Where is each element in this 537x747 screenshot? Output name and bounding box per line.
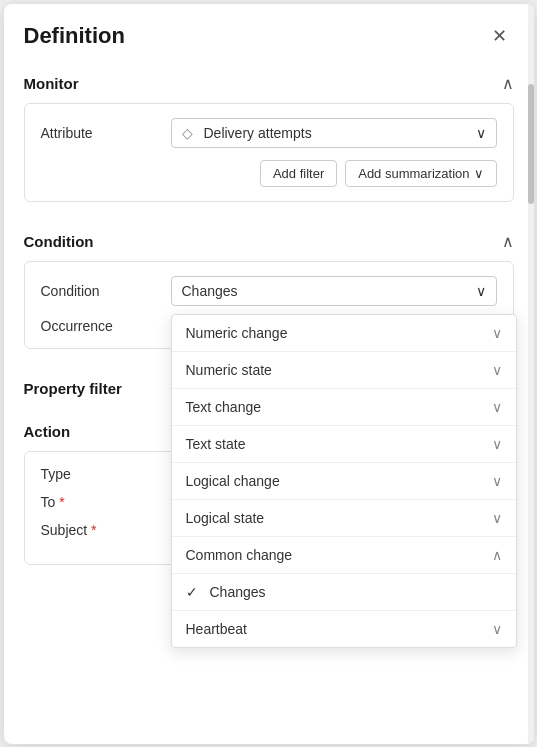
definition-panel: Definition ✕ Monitor ∧ Attribute Deliver… bbox=[4, 4, 534, 744]
dropdown-item-label: Text state bbox=[186, 436, 246, 452]
dropdown-item-changes[interactable]: ✓ Changes bbox=[172, 574, 516, 611]
attribute-field-row: Attribute Delivery attempts ∨ bbox=[41, 118, 497, 148]
condition-field-row: Condition Changes ∨ Numeric change ∨ Num… bbox=[41, 276, 497, 306]
expand-icon: ∨ bbox=[492, 621, 502, 637]
occurrence-label: Occurrence bbox=[41, 318, 171, 334]
condition-section-title: Condition bbox=[24, 233, 94, 250]
dropdown-item-label: Logical state bbox=[186, 510, 265, 526]
diamond-icon bbox=[182, 125, 198, 141]
expand-icon: ∨ bbox=[492, 325, 502, 341]
dropdown-item-label: Numeric state bbox=[186, 362, 272, 378]
add-filter-button[interactable]: Add filter bbox=[260, 160, 337, 187]
attribute-label: Attribute bbox=[41, 125, 171, 141]
subject-label: Subject bbox=[41, 522, 171, 538]
checkmark-icon: ✓ bbox=[186, 584, 198, 600]
monitor-section-header[interactable]: Monitor ∧ bbox=[24, 60, 514, 103]
monitor-section-title: Monitor bbox=[24, 75, 79, 92]
expand-icon: ∨ bbox=[492, 436, 502, 452]
panel-content: Monitor ∧ Attribute Delivery attempts ∨ … bbox=[4, 60, 534, 744]
dropdown-item-label: Logical change bbox=[186, 473, 280, 489]
monitor-action-row: Add filter Add summarization ∨ bbox=[41, 160, 497, 187]
collapse-icon: ∧ bbox=[492, 547, 502, 563]
condition-dropdown[interactable]: Changes ∨ bbox=[171, 276, 497, 306]
dropdown-item-label: Numeric change bbox=[186, 325, 288, 341]
monitor-chevron-icon: ∧ bbox=[502, 74, 514, 93]
condition-section-card: Condition Changes ∨ Numeric change ∨ Num… bbox=[24, 261, 514, 349]
dropdown-item-text-change[interactable]: Text change ∨ bbox=[172, 389, 516, 426]
scrollbar-thumb[interactable] bbox=[528, 84, 534, 204]
dropdown-item-numeric-change[interactable]: Numeric change ∨ bbox=[172, 315, 516, 352]
close-button[interactable]: ✕ bbox=[486, 22, 514, 50]
scrollbar-track bbox=[528, 4, 534, 744]
dropdown-item-label: Common change bbox=[186, 547, 293, 563]
condition-dropdown-list: Numeric change ∨ Numeric state ∨ Text ch… bbox=[171, 314, 517, 648]
expand-icon: ∨ bbox=[492, 473, 502, 489]
condition-section-header[interactable]: Condition ∧ bbox=[24, 218, 514, 261]
condition-dropdown-chevron-icon: ∨ bbox=[476, 283, 486, 299]
expand-icon: ∨ bbox=[492, 399, 502, 415]
condition-chevron-icon: ∧ bbox=[502, 232, 514, 251]
expand-icon: ∨ bbox=[492, 362, 502, 378]
attribute-value: Delivery attempts bbox=[204, 125, 312, 141]
attribute-dropdown[interactable]: Delivery attempts ∨ bbox=[171, 118, 497, 148]
action-section-title: Action bbox=[24, 423, 71, 440]
dropdown-item-label: Changes bbox=[210, 584, 266, 600]
summarization-chevron-icon: ∨ bbox=[474, 166, 484, 181]
dropdown-item-common-change[interactable]: Common change ∧ bbox=[172, 537, 516, 574]
monitor-section-card: Attribute Delivery attempts ∨ Add filter… bbox=[24, 103, 514, 202]
condition-label: Condition bbox=[41, 283, 171, 299]
dropdown-item-logical-change[interactable]: Logical change ∨ bbox=[172, 463, 516, 500]
type-label: Type bbox=[41, 466, 171, 482]
panel-header: Definition ✕ bbox=[4, 4, 534, 60]
add-summarization-button[interactable]: Add summarization ∨ bbox=[345, 160, 496, 187]
to-label: To bbox=[41, 494, 171, 510]
expand-icon: ∨ bbox=[492, 510, 502, 526]
condition-value: Changes bbox=[182, 283, 238, 299]
panel-title: Definition bbox=[24, 23, 125, 49]
property-filter-title: Property filter bbox=[24, 380, 122, 397]
dropdown-item-logical-state[interactable]: Logical state ∨ bbox=[172, 500, 516, 537]
dropdown-item-text-state[interactable]: Text state ∨ bbox=[172, 426, 516, 463]
dropdown-item-label: Heartbeat bbox=[186, 621, 247, 637]
dropdown-item-heartbeat[interactable]: Heartbeat ∨ bbox=[172, 611, 516, 647]
dropdown-item-numeric-state[interactable]: Numeric state ∨ bbox=[172, 352, 516, 389]
attribute-dropdown-chevron-icon: ∨ bbox=[476, 125, 486, 141]
dropdown-item-label: Text change bbox=[186, 399, 262, 415]
